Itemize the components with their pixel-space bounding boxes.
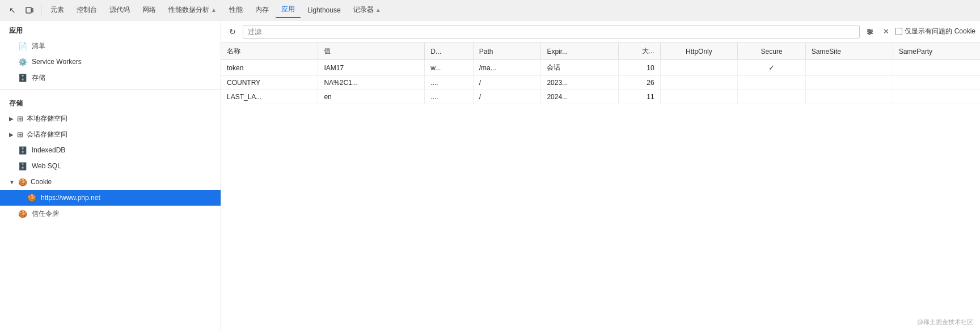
cell-samesite: [805, 90, 893, 104]
only-issues-checkbox[interactable]: [895, 28, 902, 35]
sidebar-item-session-storage[interactable]: ▶ ⊞ 会话存储空间: [0, 126, 221, 142]
tab-sources[interactable]: 源代码: [104, 2, 136, 18]
col-header-name[interactable]: 名称: [221, 43, 318, 60]
sidebar-item-manifest-label: 清单: [32, 41, 45, 51]
col-header-path[interactable]: Path: [473, 43, 541, 60]
indexeddb-icon: 🗄️: [18, 146, 27, 155]
filter-input-wrap: [243, 25, 860, 39]
storage-top-icon: 🗄️: [18, 74, 27, 82]
tab-performance[interactable]: 性能: [223, 2, 248, 18]
session-storage-arrow: ▶: [9, 131, 14, 138]
sidebar-item-local-storage[interactable]: ▶ ⊞ 本地存储空间: [0, 110, 221, 126]
table-row[interactable]: LAST_LA...en..../2024...11: [221, 90, 980, 104]
cell-expires: 2024...: [541, 90, 619, 104]
cell-size: 11: [619, 90, 661, 104]
svg-point-7: [869, 32, 871, 34]
col-header-expires[interactable]: Expir...: [541, 43, 619, 60]
filter-input[interactable]: [243, 25, 860, 39]
cell-domain: ....: [425, 76, 473, 90]
sidebar-item-cookie-label: Cookie: [31, 178, 52, 186]
tab-application[interactable]: 应用: [276, 2, 301, 18]
sidebar-item-manifest[interactable]: 📄 清单: [0, 38, 221, 54]
filter-actions: ✕ 仅显示有问题的 Cookie: [863, 25, 975, 39]
col-header-httponly[interactable]: HttpOnly: [660, 43, 738, 60]
only-issues-text: 仅显示有问题的 Cookie: [905, 27, 975, 36]
tab-console[interactable]: 控制台: [71, 2, 103, 18]
sidebar-item-php-net[interactable]: 🍪 https://www.php.net: [0, 190, 221, 206]
local-storage-arrow: ▶: [9, 116, 14, 122]
cell-domain: ....: [425, 90, 473, 104]
col-header-value[interactable]: 值: [318, 43, 425, 60]
php-net-icon: 🍪: [27, 194, 36, 202]
sidebar-item-storage-top[interactable]: 🗄️ 存储: [0, 70, 221, 86]
cell-domain: w...: [425, 60, 473, 76]
sidebar-item-local-storage-label: 本地存储空间: [27, 114, 67, 124]
table-row[interactable]: COUNTRYNA%2C1......./2023...26: [221, 76, 980, 90]
table-header-row: 名称 值 D... Path Expir... 大... HttpOnly Se…: [221, 43, 980, 60]
cell-name: COUNTRY: [221, 76, 318, 90]
cell-expires: 2023...: [541, 76, 619, 90]
tab-recorder[interactable]: 记录器 ▲: [348, 2, 387, 18]
col-header-domain[interactable]: D...: [425, 43, 473, 60]
main-layout: 应用 📄 清单 ⚙️ Service Workers 🗄️ 存储 存储 ▶ ⊞ …: [0, 20, 980, 332]
cookie-table: 名称 值 D... Path Expir... 大... HttpOnly Se…: [221, 43, 980, 104]
cell-expires: 会话: [541, 60, 619, 76]
svg-rect-1: [32, 8, 33, 12]
cell-size: 10: [619, 60, 661, 76]
manifest-icon: 📄: [18, 42, 27, 50]
sidebar: 应用 📄 清单 ⚙️ Service Workers 🗄️ 存储 存储 ▶ ⊞ …: [0, 20, 221, 332]
clear-filter-btn[interactable]: ✕: [879, 25, 893, 39]
perf-insights-flag: ▲: [211, 7, 217, 13]
sidebar-item-trust-token-label: 信任令牌: [32, 209, 59, 219]
sidebar-item-php-net-label: https://www.php.net: [41, 194, 100, 202]
service-workers-icon: ⚙️: [18, 58, 27, 66]
watermark: @稀土掘金技术社区: [917, 318, 973, 326]
col-header-sameparty[interactable]: SameParty: [893, 43, 980, 60]
cookie-icon: 🍪: [18, 178, 27, 186]
table-row[interactable]: tokenIAM17w.../ma...会话10✓: [221, 60, 980, 76]
sidebar-item-trust-token[interactable]: 🍪 信任令牌: [0, 206, 221, 222]
cell-samesite: [805, 60, 893, 76]
col-header-samesite[interactable]: SameSite: [805, 43, 893, 60]
sidebar-item-cookie[interactable]: ▼ 🍪 Cookie: [0, 174, 221, 190]
tab-performance-insights[interactable]: 性能数据分析 ▲: [163, 2, 222, 18]
filter-settings-btn[interactable]: [863, 25, 877, 39]
session-storage-icon: ⊞: [17, 130, 23, 139]
tab-network[interactable]: 网络: [137, 2, 162, 18]
cell-httponly: [660, 76, 738, 90]
col-header-secure[interactable]: Secure: [738, 43, 806, 60]
cookie-arrow: ▼: [9, 179, 15, 185]
cell-httponly: [660, 60, 738, 76]
sidebar-item-websql[interactable]: 🗄️ Web SQL: [0, 158, 221, 174]
cell-secure: [738, 76, 806, 90]
sidebar-item-indexeddb-label: IndexedDB: [32, 146, 65, 154]
sidebar-divider: [0, 89, 221, 90]
device-tool-btn[interactable]: [22, 2, 37, 18]
websql-icon: 🗄️: [18, 162, 27, 171]
only-issues-label[interactable]: 仅显示有问题的 Cookie: [895, 27, 975, 36]
table-body: tokenIAM17w.../ma...会话10✓COUNTRYNA%2C1..…: [221, 60, 980, 104]
col-header-size[interactable]: 大...: [619, 43, 661, 60]
cell-value: en: [318, 90, 425, 104]
cell-path: /: [473, 90, 541, 104]
tab-memory[interactable]: 内存: [250, 2, 274, 18]
svg-point-5: [868, 29, 870, 31]
app-section-header: 应用: [0, 20, 221, 38]
top-toolbar: ↖ 元素 控制台 源代码 网络 性能数据分析 ▲ 性能 内存 应用 Lighth…: [0, 0, 980, 20]
cell-httponly: [660, 90, 738, 104]
tab-elements[interactable]: 元素: [45, 2, 70, 18]
storage-section-header: 存储: [0, 93, 221, 110]
sidebar-item-websql-label: Web SQL: [32, 162, 61, 170]
cell-name: LAST_LA...: [221, 90, 318, 104]
content-area: ↻ ✕ 仅显示有问题的 Co: [221, 20, 980, 332]
sidebar-item-indexeddb[interactable]: 🗄️ IndexedDB: [0, 142, 221, 158]
refresh-button[interactable]: ↻: [226, 25, 239, 39]
cursor-tool-btn[interactable]: ↖: [5, 2, 20, 18]
local-storage-icon: ⊞: [17, 114, 23, 123]
tab-lighthouse[interactable]: Lighthouse: [302, 2, 347, 18]
cell-value: NA%2C1...: [318, 76, 425, 90]
cell-value: IAM17: [318, 60, 425, 76]
sidebar-item-service-workers-label: Service Workers: [32, 58, 82, 66]
sidebar-item-service-workers[interactable]: ⚙️ Service Workers: [0, 54, 221, 70]
cell-sameparty: [893, 90, 980, 104]
